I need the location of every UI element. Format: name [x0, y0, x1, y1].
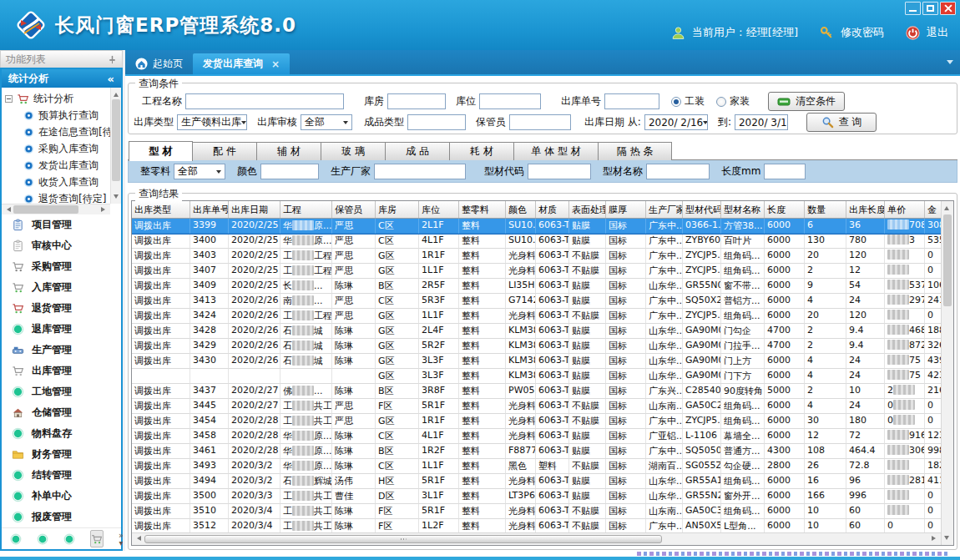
scrollbar-thumb[interactable]: [943, 214, 952, 306]
logout-link[interactable]: 退出: [927, 25, 948, 40]
sidebar-item[interactable]: 退库管理: [2, 319, 121, 340]
col-date-header[interactable]: 出库日期: [229, 201, 280, 218]
table-row[interactable]: 调拨出库34372020/2/27佛...陈琳B区3R8F整料PW056063-…: [132, 384, 941, 399]
table-row[interactable]: 调拨出库34582020/2/28华原...陈琳C区4L1F整料光身料6063-…: [132, 429, 941, 444]
col-room-header[interactable]: 库房: [376, 201, 419, 218]
table-row[interactable]: 调拨出库34282020/2/26石城陈琳G区2L4F整料KLM38176063…: [132, 324, 941, 339]
col-slot-header[interactable]: 库位: [419, 201, 459, 218]
col-qty-header[interactable]: 数量: [805, 201, 846, 218]
sidebar-item[interactable]: 审核中心: [2, 235, 121, 256]
close-button[interactable]: [940, 2, 956, 15]
sidebar-item[interactable]: 生产管理: [2, 340, 121, 361]
table-row[interactable]: 调拨出库34132020/2/26南...严思C区5R3F整料G71422606…: [132, 294, 941, 309]
dot-icon[interactable]: [10, 533, 22, 545]
scrollbar-thumb[interactable]: [144, 535, 662, 543]
order-no-input[interactable]: [604, 93, 659, 109]
sidebar-item[interactable]: 工地管理: [2, 381, 121, 402]
slot-input[interactable]: [479, 93, 541, 109]
material-tab[interactable]: 辅 材: [257, 142, 321, 160]
sidebar-item[interactable]: 出库管理: [2, 361, 121, 381]
col-surface-header[interactable]: 表面处理: [569, 201, 606, 218]
col-proj-header[interactable]: 工程: [280, 201, 332, 218]
table-row[interactable]: 调拨出库34032020/2/25工工程严思G区1R1F整料光身料6063-T5…: [132, 249, 941, 264]
table-row[interactable]: 调拨出库34092020/2/25长...陈琳B区2R5F整料LI35HD606…: [132, 279, 941, 294]
dot-icon[interactable]: [63, 533, 75, 545]
table-row[interactable]: 调拨出库34942020/3/2石辉城汤伟H区5R1F整料光身料6063-T5贴…: [132, 474, 941, 489]
date-to-picker[interactable]: 2020/ 3/16: [735, 114, 788, 130]
profile-name-input[interactable]: [646, 164, 710, 179]
table-row[interactable]: 调拨出库34242020/2/26工工程严思G区1L1F整料光身料6063-T5…: [132, 309, 941, 324]
tree-item[interactable]: 采购入库查询: [5, 140, 121, 157]
factory-input[interactable]: [374, 164, 466, 179]
sidebar-item[interactable]: 入库管理: [2, 277, 121, 298]
table-row[interactable]: 调拨出库34292020/2/26石城陈琳G区5R2F整料KLM38176063…: [132, 339, 941, 354]
scroll-left-icon[interactable]: [134, 536, 141, 541]
expander-icon[interactable]: [5, 95, 13, 103]
sidebar-item[interactable]: 报废管理: [2, 507, 121, 527]
col-amount-header[interactable]: 金: [925, 201, 941, 218]
scrollbar-thumb[interactable]: [112, 99, 120, 181]
material-tab[interactable]: 单 体 型 材: [514, 142, 599, 160]
table-row[interactable]: 调拨出库35002020/3/3工共工程曹佳D区3L1F整料LT3P606063…: [132, 489, 941, 504]
color-input[interactable]: [260, 164, 319, 179]
col-film-header[interactable]: 膜厚: [606, 201, 646, 218]
table-row[interactable]: 调拨出库34002020/2/25华原...严思C区4L1F整料SU10...6…: [132, 234, 941, 249]
table-row[interactable]: 调拨出库33992020/2/25华原...严思C区2L1F整料SU10...6…: [132, 219, 941, 234]
profile-code-input[interactable]: [528, 164, 591, 179]
sidebar-item[interactable]: 仓储管理: [2, 402, 121, 423]
sidebar-item[interactable]: 物料盘存: [2, 423, 121, 444]
table-row[interactable]: 调拨出库34072020/2/25工工程严思G区1L1F整料光身料6063-T5…: [132, 264, 941, 279]
cart-toolbar-button[interactable]: [90, 530, 104, 547]
clear-conditions-button[interactable]: 清空条件: [768, 92, 845, 111]
table-row[interactable]: 调拨出库34452020/2/27工共工程严思F区5R1F整料光身料6063-T…: [132, 399, 941, 414]
table-row[interactable]: 调拨出库34612020/2/28华原...陈琳B区1R2F整料F8877FT6…: [132, 444, 941, 459]
material-tab[interactable]: 成 品: [386, 142, 450, 160]
tab-home[interactable]: 起始页: [125, 53, 193, 74]
col-price-header[interactable]: 单价: [885, 201, 925, 218]
tree-item[interactable]: 发货出库查询: [5, 157, 121, 174]
col-outlen-header[interactable]: 出库长度: [846, 201, 885, 218]
minimize-button[interactable]: [905, 2, 921, 15]
material-tab[interactable]: 隔 热 条: [599, 142, 672, 160]
tree-item[interactable]: 预算执行查询: [5, 107, 121, 124]
collapse-icon[interactable]: «: [108, 73, 114, 85]
project-name-input[interactable]: [185, 93, 344, 109]
out-type-combo[interactable]: 生产领料出库: [177, 114, 247, 130]
tree-item[interactable]: 收货入库查询: [5, 174, 121, 190]
scroll-right-icon[interactable]: [101, 207, 108, 212]
grid-horizontal-scrollbar[interactable]: [132, 532, 941, 545]
scroll-down-icon[interactable]: [114, 194, 119, 201]
material-tab[interactable]: 型 材: [129, 141, 193, 161]
col-factory-header[interactable]: 生产厂家: [646, 201, 683, 218]
col-name-header[interactable]: 型材名称: [721, 201, 765, 218]
col-keeper-header[interactable]: 保管员: [332, 201, 376, 218]
col-color-header[interactable]: 颜色: [506, 201, 536, 218]
sidebar-item[interactable]: 采购管理: [2, 256, 121, 277]
table-row[interactable]: 调拨出库35102020/3/4工共工程陈琳F区5R1F整料光身料6063-T5…: [132, 504, 941, 519]
search-button[interactable]: 查 询: [806, 113, 877, 132]
col-type-header[interactable]: 出库类型: [132, 201, 190, 218]
scroll-up-icon[interactable]: [114, 90, 119, 97]
tree-vertical-scrollbar[interactable]: [110, 88, 121, 204]
sidebar-item[interactable]: 项目管理: [2, 214, 121, 235]
maximize-button[interactable]: [922, 2, 938, 15]
material-tab[interactable]: 配 件: [193, 142, 257, 160]
radio-gongzhuang[interactable]: 工装: [671, 94, 705, 108]
col-no-header[interactable]: 出库单号: [190, 201, 229, 218]
room-input[interactable]: [387, 93, 446, 109]
close-tab-icon[interactable]: ×: [268, 58, 280, 70]
keeper-input[interactable]: [509, 114, 571, 130]
scrollbar-thumb[interactable]: [13, 205, 78, 214]
col-mat-header[interactable]: 材质: [536, 201, 569, 218]
sidebar-item[interactable]: 补单中心: [2, 486, 121, 507]
table-row[interactable]: 调拨出库34932020/3/2华原...陈琳C区1L1F整料黑色塑料不贴膜国标…: [132, 459, 941, 474]
material-tab[interactable]: 耗 材: [450, 142, 514, 160]
sidebar-item[interactable]: 结转管理: [2, 465, 121, 486]
sidebar-item[interactable]: 财务管理: [2, 444, 121, 465]
scroll-right-icon[interactable]: [932, 536, 938, 541]
tree-horizontal-scrollbar[interactable]: [2, 204, 110, 214]
grid-vertical-scrollbar[interactable]: [941, 201, 953, 545]
table-row[interactable]: 调拨出库34302020/2/26石城陈琳G区3L3F整料KLM38176063…: [132, 354, 941, 369]
audit-combo[interactable]: 全部: [301, 114, 352, 130]
table-row[interactable]: G区3L3F整料KLM38176063-T5贴膜国标山东华...GA90M09.…: [132, 369, 941, 384]
